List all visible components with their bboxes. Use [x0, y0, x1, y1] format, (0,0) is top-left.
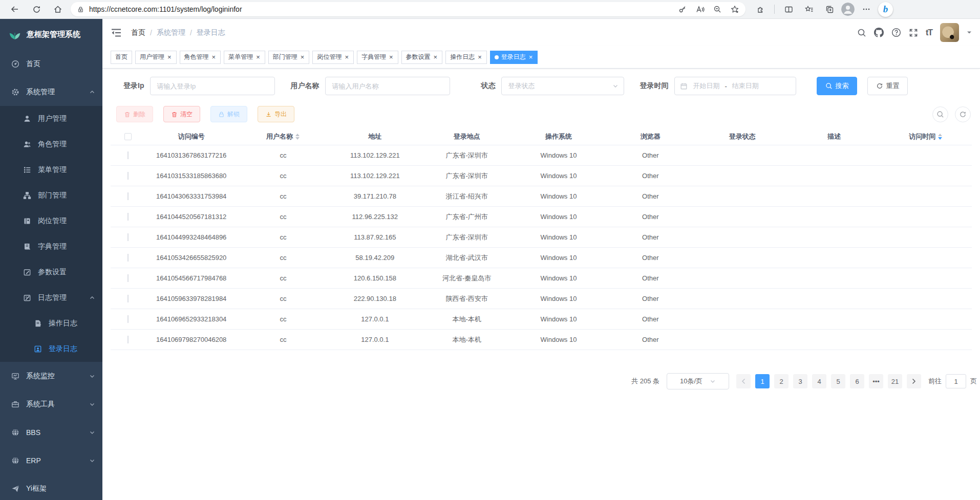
sidebar-item-system-monitor[interactable]: 系统监控	[0, 362, 102, 390]
row-checkbox[interactable]	[127, 151, 129, 159]
page-number-button[interactable]: 21	[888, 374, 902, 388]
tab[interactable]: 用户管理 ×	[135, 51, 177, 64]
prev-page-button[interactable]	[736, 374, 751, 388]
login-time-range-picker[interactable]: 开始日期 - 结束日期	[674, 77, 796, 95]
tab[interactable]: 首页	[111, 51, 132, 64]
split-screen-icon[interactable]	[780, 2, 797, 16]
bing-chat-icon[interactable]: b	[878, 2, 893, 17]
user-avatar[interactable]	[940, 23, 959, 42]
sidebar-item-user-management[interactable]: 用户管理	[0, 106, 102, 132]
page-number-button[interactable]: 4	[812, 374, 826, 388]
row-checkbox[interactable]	[127, 192, 129, 200]
zoom-out-icon[interactable]	[710, 2, 725, 16]
sidebar-item-role-management[interactable]: 角色管理	[0, 132, 102, 157]
row-checkbox[interactable]	[127, 295, 129, 302]
tab[interactable]: 岗位管理 ×	[312, 51, 354, 64]
clear-button[interactable]: 清空	[163, 106, 200, 122]
user-name-input[interactable]	[325, 77, 450, 95]
browser-refresh-button[interactable]	[28, 2, 45, 16]
password-key-icon[interactable]	[675, 2, 690, 16]
sidebar-item-home[interactable]: 首页	[0, 50, 102, 78]
select-all-checkbox[interactable]	[124, 133, 132, 140]
tab[interactable]: 登录日志 ×	[490, 51, 538, 64]
sidebar-item-department-management[interactable]: 部门管理	[0, 183, 102, 208]
avatar-caret-icon[interactable]	[967, 31, 972, 35]
sidebar-item-menu-management[interactable]: 菜单管理	[0, 157, 102, 183]
fullscreen-icon[interactable]	[909, 28, 918, 37]
row-checkbox[interactable]	[127, 254, 129, 262]
font-size-icon[interactable]: tT	[926, 28, 932, 37]
sort-icons[interactable]	[295, 134, 300, 140]
header-search-icon[interactable]	[857, 28, 866, 37]
breadcrumb-home[interactable]: 首页	[131, 28, 145, 37]
app-logo[interactable]: 意框架管理系统	[0, 19, 102, 50]
extensions-icon[interactable]	[752, 2, 769, 16]
page-number-button[interactable]: •••	[869, 374, 883, 388]
sidebar-item-bbs[interactable]: BBS	[0, 418, 102, 446]
page-number-button[interactable]: 5	[831, 374, 845, 388]
github-icon[interactable]	[874, 28, 884, 37]
per-page-select[interactable]: 10条/页	[667, 373, 729, 389]
page-number-button[interactable]: 3	[793, 374, 807, 388]
tab-close-icon[interactable]: ×	[167, 54, 172, 60]
row-checkbox[interactable]	[127, 172, 129, 180]
address-bar[interactable]: https://ccnetcore.com:1101/system/log/lo…	[71, 2, 745, 16]
help-icon[interactable]	[891, 28, 901, 37]
delete-button[interactable]: 删除	[116, 106, 153, 122]
goto-page-input[interactable]	[946, 374, 966, 388]
export-button[interactable]: 导出	[258, 106, 294, 122]
browser-menu-icon[interactable]	[858, 2, 875, 16]
tab-close-icon[interactable]: ×	[300, 54, 305, 60]
sidebar-item-yi-framework[interactable]: Yi框架	[0, 474, 102, 500]
sidebar-item-system-tools[interactable]: 系统工具	[0, 390, 102, 418]
sidebar-item-login-log[interactable]: 登录日志	[0, 336, 102, 362]
sidebar-item-operation-log[interactable]: 操作日志	[0, 311, 102, 336]
tab[interactable]: 角色管理 ×	[180, 51, 221, 64]
sort-icons-active-desc[interactable]	[938, 134, 943, 140]
col-header-user-name[interactable]: 用户名称	[237, 132, 329, 141]
row-checkbox[interactable]	[127, 233, 129, 241]
tab-close-icon[interactable]: ×	[477, 54, 482, 60]
page-number-button[interactable]: 2	[774, 374, 789, 388]
sidebar-item-log-management[interactable]: 日志管理	[0, 285, 102, 311]
tab[interactable]: 菜单管理 ×	[224, 51, 265, 64]
login-ip-input[interactable]	[150, 77, 275, 95]
tab-close-icon[interactable]: ×	[433, 54, 438, 60]
tab[interactable]: 字典管理 ×	[357, 51, 398, 64]
tab[interactable]: 部门管理 ×	[268, 51, 310, 64]
browser-back-button[interactable]	[6, 2, 24, 16]
tab-close-icon[interactable]: ×	[344, 54, 349, 60]
browser-profile-avatar[interactable]	[841, 3, 855, 16]
row-checkbox[interactable]	[127, 274, 129, 282]
tab-close-icon[interactable]: ×	[389, 54, 394, 60]
search-button[interactable]: 搜索	[817, 77, 857, 95]
unlock-button[interactable]: 解锁	[210, 106, 247, 122]
page-number-button[interactable]: 1	[755, 374, 770, 388]
refresh-table-button[interactable]	[955, 106, 971, 122]
add-favorite-icon[interactable]	[727, 2, 742, 16]
reset-button[interactable]: 重置	[867, 77, 908, 95]
tab-close-icon[interactable]: ×	[211, 54, 217, 60]
tab[interactable]: 参数设置 ×	[401, 51, 443, 64]
row-checkbox[interactable]	[127, 336, 129, 343]
next-page-button[interactable]	[907, 374, 921, 388]
sidebar-toggle-icon[interactable]	[111, 27, 122, 38]
page-number-button[interactable]: 6	[850, 374, 864, 388]
sidebar-item-param-settings[interactable]: 参数设置	[0, 259, 102, 285]
tab[interactable]: 操作日志 ×	[445, 51, 487, 64]
read-aloud-icon[interactable]	[692, 2, 708, 16]
tab-close-icon[interactable]: ×	[255, 54, 261, 60]
status-select[interactable]: 登录状态	[501, 77, 624, 95]
favorites-hub-icon[interactable]	[800, 2, 818, 16]
row-checkbox[interactable]	[127, 213, 129, 221]
sidebar-item-dict-management[interactable]: 字典管理	[0, 234, 102, 259]
tab-close-icon[interactable]: ×	[528, 54, 534, 60]
sidebar-item-system-management[interactable]: 系统管理	[0, 78, 102, 106]
col-header-visit-time[interactable]: 访问时间	[880, 132, 972, 141]
browser-home-button[interactable]	[49, 2, 67, 16]
sidebar-item-post-management[interactable]: 岗位管理	[0, 208, 102, 234]
collections-icon[interactable]	[821, 2, 838, 16]
sidebar-item-erp[interactable]: ERP	[0, 446, 102, 474]
toggle-search-button[interactable]	[932, 106, 948, 122]
row-checkbox[interactable]	[127, 315, 129, 323]
